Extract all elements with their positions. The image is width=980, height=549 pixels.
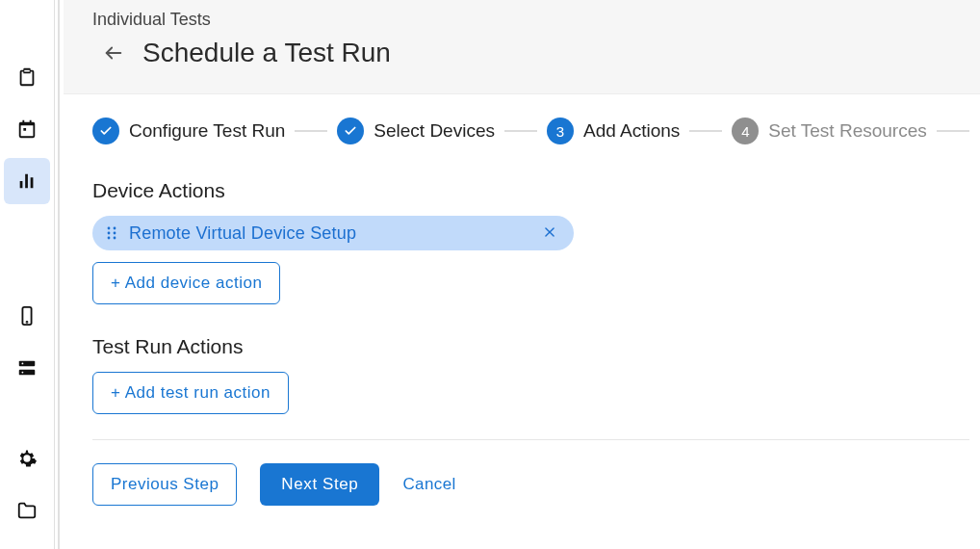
check-icon <box>92 118 119 144</box>
sidebar-item-phone[interactable] <box>4 293 50 339</box>
folder-icon <box>16 500 38 521</box>
check-icon <box>337 118 364 144</box>
step-set-test-resources[interactable]: 4 Set Test Resources <box>732 118 926 144</box>
svg-point-5 <box>22 372 24 374</box>
svg-point-9 <box>108 232 111 235</box>
step-label: Select Devices <box>374 120 495 142</box>
phone-icon <box>16 305 38 327</box>
step-label: Configure Test Run <box>129 120 285 142</box>
arrow-left-icon <box>103 42 124 64</box>
step-label: Set Test Resources <box>768 120 926 142</box>
sidebar-item-gear[interactable] <box>4 435 50 482</box>
sidebar-item-folder[interactable] <box>4 487 50 534</box>
back-button[interactable] <box>102 41 125 65</box>
sidebar-item-chart[interactable] <box>4 158 50 204</box>
device-actions-section: Device Actions Remote Virtual Device Set… <box>92 179 969 304</box>
add-test-run-action-button[interactable]: + Add test run action <box>92 372 289 414</box>
gear-icon <box>16 448 38 469</box>
sidebar-item-clipboard[interactable] <box>4 54 50 100</box>
header: Individual Tests Schedule a Test Run <box>64 0 980 94</box>
main: Individual Tests Schedule a Test Run Con… <box>64 0 980 549</box>
sidebar-item-server[interactable] <box>4 345 50 391</box>
calendar-icon <box>16 118 38 140</box>
sidebar-divider <box>54 0 64 549</box>
svg-point-12 <box>114 237 116 240</box>
step-connector <box>937 130 969 132</box>
sidebar-item-calendar[interactable] <box>4 106 50 152</box>
svg-point-4 <box>22 363 24 365</box>
server-icon <box>16 357 38 379</box>
page-title: Schedule a Test Run <box>142 38 391 68</box>
step-number: 3 <box>547 118 574 144</box>
step-configure-test-run[interactable]: Configure Test Run <box>92 118 285 144</box>
step-connector <box>504 130 537 132</box>
svg-point-1 <box>27 322 28 323</box>
cancel-button[interactable]: Cancel <box>402 475 455 494</box>
svg-point-8 <box>114 227 116 230</box>
footer-actions: Previous Step Next Step Cancel <box>92 463 969 506</box>
next-step-button[interactable]: Next Step <box>260 463 379 506</box>
svg-point-11 <box>108 237 111 240</box>
step-connector <box>295 130 327 132</box>
add-device-action-button[interactable]: + Add device action <box>92 262 280 304</box>
close-icon[interactable] <box>539 222 560 246</box>
step-select-devices[interactable]: Select Devices <box>337 118 495 144</box>
step-number: 4 <box>732 118 759 144</box>
content: Configure Test Run Select Devices 3 Add … <box>64 94 980 549</box>
svg-point-10 <box>114 232 116 235</box>
svg-rect-2 <box>19 361 36 367</box>
device-action-chip[interactable]: Remote Virtual Device Setup <box>92 216 574 250</box>
step-label: Add Actions <box>583 120 680 142</box>
breadcrumb: Individual Tests <box>92 10 969 30</box>
footer-divider <box>92 439 969 440</box>
test-run-actions-section: Test Run Actions + Add test run action <box>92 335 969 414</box>
chip-label: Remote Virtual Device Setup <box>129 223 528 244</box>
drag-handle-icon[interactable] <box>106 226 117 240</box>
previous-step-button[interactable]: Previous Step <box>92 463 237 506</box>
sidebar <box>0 0 54 549</box>
section-title: Test Run Actions <box>92 335 969 358</box>
step-connector <box>689 130 722 132</box>
section-title: Device Actions <box>92 179 969 202</box>
step-add-actions[interactable]: 3 Add Actions <box>547 118 680 144</box>
clipboard-icon <box>16 66 38 88</box>
svg-point-7 <box>108 227 111 230</box>
stepper: Configure Test Run Select Devices 3 Add … <box>92 118 969 144</box>
svg-rect-3 <box>19 370 36 376</box>
chart-icon <box>16 170 38 192</box>
